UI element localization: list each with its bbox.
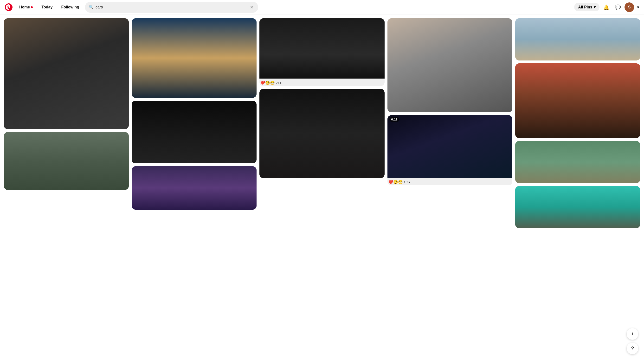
filter-label: All Pins [578, 5, 592, 10]
home-notification-dot [31, 6, 33, 8]
pin-card[interactable] [515, 141, 640, 183]
messages-button[interactable]: 💬 [613, 3, 622, 12]
pin-card[interactable]: 0:17 ❤️😲😁 1.3k [388, 115, 512, 185]
pin-card[interactable] [515, 18, 640, 61]
main-content: ❤️😲😁 711 0:17 ❤️😲😁 1.3k [0, 15, 644, 232]
bell-icon: 🔔 [603, 4, 609, 10]
search-bar: 🔍 ✕ [85, 2, 258, 13]
pin-card[interactable] [132, 18, 256, 98]
search-input[interactable] [96, 5, 247, 10]
pin-card[interactable] [4, 18, 129, 129]
clear-search-button[interactable]: ✕ [249, 4, 254, 11]
search-icon: 🔍 [89, 5, 94, 10]
following-label: Following [61, 5, 79, 10]
following-nav-button[interactable]: Following [57, 3, 83, 11]
header-right: All Pins ▾ 🔔 💬 S ▾ [574, 3, 640, 12]
pinterest-logo[interactable] [4, 3, 14, 12]
pins-grid: ❤️😲😁 711 0:17 ❤️😲😁 1.3k [4, 18, 640, 228]
chat-icon: 💬 [615, 4, 621, 10]
pin-card[interactable] [515, 63, 640, 138]
chevron-down-icon: ▾ [594, 5, 596, 10]
pin-card[interactable] [4, 132, 129, 190]
today-label: Today [42, 5, 52, 10]
expand-icon: ▾ [637, 5, 639, 10]
pin-card[interactable] [132, 101, 256, 163]
expand-menu-button[interactable]: ▾ [636, 4, 640, 11]
video-duration-badge: 0:17 [390, 117, 400, 122]
avatar-letter: S [628, 5, 631, 10]
notifications-button[interactable]: 🔔 [602, 3, 611, 12]
pin-card[interactable] [388, 18, 512, 112]
home-label: Home [19, 5, 30, 10]
pin-card[interactable] [132, 166, 256, 210]
pin-card[interactable] [260, 89, 384, 178]
filter-button[interactable]: All Pins ▾ [574, 3, 600, 11]
clear-icon: ✕ [250, 5, 254, 10]
user-avatar-button[interactable]: S [624, 3, 634, 12]
pin-card[interactable] [515, 186, 640, 228]
home-nav-button[interactable]: Home [16, 3, 36, 11]
today-nav-button[interactable]: Today [38, 3, 56, 11]
header: Home Today Following 🔍 ✕ All Pins ▾ 🔔 💬 … [0, 0, 644, 15]
pin-card[interactable]: ❤️😲😁 711 [260, 18, 384, 86]
main-nav: Home Today Following [16, 3, 83, 11]
